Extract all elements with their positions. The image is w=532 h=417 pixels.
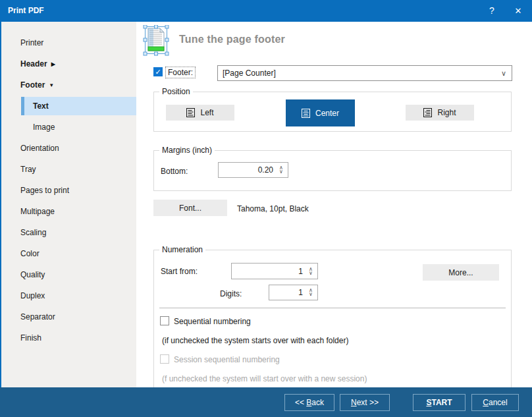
session-sequential-numbering-checkbox[interactable]	[160, 354, 169, 364]
sidebar-item-label: Multipage	[20, 207, 55, 216]
start-from-label: Start from:	[161, 267, 198, 276]
help-icon[interactable]: ?	[481, 0, 503, 22]
sidebar-item-quality[interactable]: Quality	[1, 265, 136, 284]
chevron-right-icon: ▶	[51, 61, 55, 67]
sidebar-item-printer[interactable]: Printer	[1, 34, 136, 52]
font-button[interactable]: Font...	[153, 200, 227, 216]
sidebar-item-color[interactable]: Color	[1, 244, 136, 263]
position-center-button[interactable]: Center	[286, 99, 355, 126]
bottom-margin-stepper[interactable]: ∧ ∨	[277, 163, 286, 177]
close-icon[interactable]: ✕	[507, 0, 529, 22]
spin-down-icon[interactable]: ∨	[309, 292, 313, 296]
sidebar-item-pages-to-print[interactable]: Pages to print	[1, 181, 136, 200]
sidebar-item-label: Header	[20, 59, 47, 69]
back-label-rest: ack	[311, 398, 324, 407]
chevron-down-icon: ∨	[501, 66, 506, 80]
start-label-rest: TART	[431, 398, 452, 407]
spin-down-icon[interactable]: ∨	[309, 271, 313, 275]
numeration-group: Numeration Start from: 1 ∧ ∨ More... Dig…	[153, 250, 512, 391]
numeration-group-label: Numeration	[159, 245, 205, 254]
bottom-action-bar: << Back Next >> START Cancel	[0, 387, 532, 417]
bottom-margin-value: 0.20	[258, 163, 273, 177]
sidebar-item-label: Orientation	[20, 144, 59, 153]
position-center-label: Center	[315, 109, 339, 118]
cancel-button[interactable]: Cancel	[471, 394, 519, 411]
sidebar-item-finish[interactable]: Finish	[1, 329, 136, 347]
sidebar-item-text[interactable]: Text	[21, 97, 136, 115]
align-center-icon	[302, 109, 310, 118]
sidebar-item-duplex[interactable]: Duplex	[1, 287, 136, 305]
start-from-stepper[interactable]: ∧ ∨	[306, 264, 315, 278]
page-title: Tune the page footer	[179, 34, 285, 45]
position-left-button[interactable]: Left	[166, 105, 234, 121]
more-button[interactable]: More...	[423, 264, 499, 281]
position-left-label: Left	[200, 108, 213, 117]
sidebar-item-scaling[interactable]: Scaling	[1, 223, 136, 242]
digits-stepper[interactable]: ∧ ∨	[306, 286, 315, 299]
next-accesskey: N	[351, 398, 357, 407]
back-button[interactable]: << Back	[284, 394, 334, 411]
digits-input[interactable]: 1 ∧ ∨	[269, 285, 318, 300]
sequential-numbering-note: (if unchecked the system starts over wit…	[162, 336, 348, 345]
sidebar-item-label: Duplex	[20, 291, 45, 300]
position-right-label: Right	[437, 108, 456, 117]
footer-content-value: [Page Counter]	[223, 69, 276, 78]
page-footer-icon	[142, 25, 170, 56]
align-right-icon	[423, 108, 432, 117]
position-group: Position Left Center Right	[153, 92, 512, 132]
numeration-divider	[159, 308, 506, 308]
font-summary: Tahoma, 10pt, Black	[237, 204, 309, 213]
sidebar-item-label: Tray	[20, 165, 36, 174]
digits-value: 1	[298, 285, 303, 300]
position-right-button[interactable]: Right	[406, 105, 474, 121]
sequential-numbering-label[interactable]: Sequential numbering	[174, 317, 251, 326]
sidebar-item-label: Scaling	[20, 228, 46, 237]
bottom-margin-input[interactable]: 0.20 ∧ ∨	[218, 162, 288, 178]
margins-group-label: Margins (inch)	[159, 146, 215, 155]
digits-label: Digits:	[220, 289, 242, 298]
session-sequential-numbering-note: (f unchecked the system will start over …	[162, 374, 367, 383]
chevron-down-icon: ▼	[49, 82, 54, 88]
next-button[interactable]: Next >>	[340, 394, 390, 411]
sidebar-item-label: Separator	[20, 312, 55, 321]
footer-checkbox[interactable]: ✓	[153, 67, 163, 76]
sidebar-item-label: Quality	[20, 270, 45, 279]
sequential-numbering-checkbox[interactable]	[160, 316, 169, 325]
print-pdf-dialog: Print PDF ? ✕ PrinterHeader▶Footer▼TextI…	[0, 0, 532, 417]
sidebar-item-footer[interactable]: Footer▼	[1, 76, 136, 94]
next-label-rest: ext >>	[357, 398, 379, 407]
sidebar-item-separator[interactable]: Separator	[1, 308, 136, 326]
sidebar-item-label: Color	[20, 249, 40, 258]
sidebar-item-label: Finish	[20, 333, 41, 343]
footer-content-select[interactable]: [Page Counter] ∨	[217, 65, 512, 81]
sidebar-item-multipage[interactable]: Multipage	[1, 202, 136, 221]
sidebar-item-label: Pages to print	[20, 186, 69, 195]
start-from-input[interactable]: 1 ∧ ∨	[231, 263, 318, 279]
sidebar-item-orientation[interactable]: Orientation	[1, 139, 136, 157]
spin-down-icon[interactable]: ∨	[279, 170, 283, 174]
sidebar-item-label: Image	[33, 123, 55, 132]
sidebar-item-image[interactable]: Image	[1, 118, 136, 136]
footer-checkbox-label[interactable]: Footer:	[165, 67, 196, 78]
cancel-accesskey: C	[483, 398, 489, 407]
session-sequential-numbering-label: Session sequential numbering	[174, 355, 280, 364]
bottom-margin-label: Bottom:	[161, 167, 188, 176]
sidebar-item-label: Footer	[20, 80, 45, 90]
window-title: Print PDF	[8, 6, 44, 15]
align-left-icon	[186, 108, 195, 117]
sidebar-item-tray[interactable]: Tray	[1, 160, 136, 179]
margins-group: Margins (inch) Bottom: 0.20 ∧ ∨	[153, 150, 512, 191]
start-button[interactable]: START	[413, 394, 466, 411]
title-bar: Print PDF ? ✕	[0, 0, 532, 22]
position-group-label: Position	[159, 87, 193, 96]
sidebar-item-label: Printer	[20, 38, 43, 47]
sidebar-item-label: Text	[33, 101, 49, 111]
sidebar-nav: PrinterHeader▶Footer▼TextImageOrientatio…	[1, 22, 136, 387]
sidebar-item-header[interactable]: Header▶	[1, 55, 136, 73]
cancel-label-rest: ancel	[489, 398, 508, 407]
start-from-value: 1	[298, 264, 303, 279]
back-label: <<	[295, 398, 306, 407]
